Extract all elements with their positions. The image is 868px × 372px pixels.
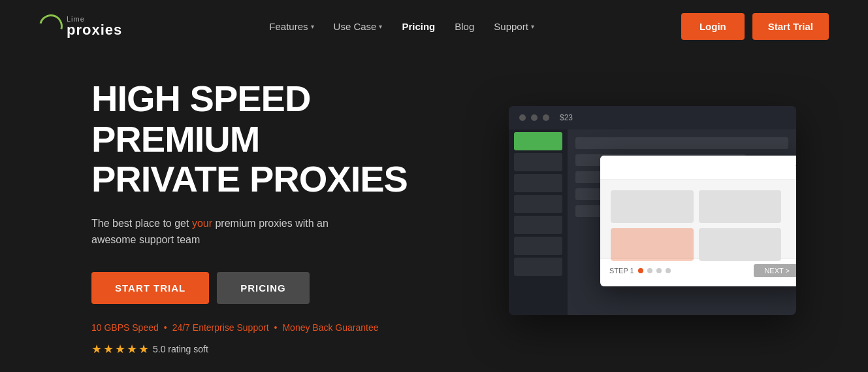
dashboard-sidebar: [509, 129, 568, 315]
hero-buttons: START TRIAL PRICING: [91, 272, 483, 304]
sidebar-item-2: [514, 174, 562, 192]
step-dot-2: [647, 268, 652, 273]
nav-features[interactable]: Features ▾: [269, 21, 313, 32]
dash-dot-3: [543, 114, 549, 121]
dashboard-mockup: $23: [509, 106, 796, 315]
nav-buttons: Login Start Trial: [681, 13, 829, 40]
nav-pricing[interactable]: Pricing: [402, 21, 435, 32]
sidebar-item-6: [514, 258, 562, 276]
hero-content: HIGH SPEED PREMIUM PRIVATE PROXIES The b…: [91, 78, 483, 356]
step-dot-3: [656, 268, 662, 273]
dashboard-title: $23: [560, 113, 573, 122]
logo[interactable]: Lime proxies: [39, 14, 122, 38]
star-2: ★: [103, 342, 114, 356]
star-5: ★: [138, 342, 149, 356]
modal-body: [600, 180, 796, 258]
start-trial-hero-button[interactable]: START TRIAL: [91, 272, 209, 304]
start-trial-nav-button[interactable]: Start Trial: [752, 13, 829, 40]
dashboard-body: × STEP 1: [509, 129, 796, 315]
hero-features: 10 GBPS Speed • 24/7 Enterprise Support …: [91, 322, 483, 333]
sidebar-item-active: [514, 132, 562, 150]
modal-step-indicator: STEP 1: [609, 267, 671, 275]
dashboard-header: $23: [509, 106, 796, 129]
modal-card-4: [699, 228, 782, 261]
modal-card-3: [611, 228, 694, 261]
star-1: ★: [91, 342, 102, 356]
dash-dot-2: [531, 114, 538, 121]
chevron-down-icon: ▾: [379, 23, 382, 30]
dashboard-main: × STEP 1: [568, 129, 796, 315]
hero-dashboard: $23: [509, 106, 803, 328]
logo-text: Lime proxies: [67, 16, 122, 37]
dash-row-1: [575, 137, 788, 149]
modal-header: ×: [600, 156, 796, 180]
login-button[interactable]: Login: [681, 13, 745, 40]
nav-support[interactable]: Support ▾: [494, 21, 534, 32]
logo-icon: [35, 10, 67, 42]
sidebar-item-3: [514, 195, 562, 213]
hero-subtitle: The best place to get your premium proxi…: [91, 215, 483, 248]
navbar: Lime proxies Features ▾ Use Case ▾ Prici…: [0, 0, 868, 52]
feature-separator-1: •: [164, 322, 167, 333]
star-rating: ★ ★ ★ ★ ★: [91, 342, 149, 356]
logo-proxies: proxies: [67, 23, 122, 37]
close-icon[interactable]: ×: [795, 162, 796, 173]
feature-separator-2: •: [274, 322, 278, 333]
hero-rating: ★ ★ ★ ★ ★ 5.0 rating soft: [91, 342, 483, 356]
feature-guarantee: Money Back Guarantee: [282, 322, 378, 333]
hero-section: HIGH SPEED PREMIUM PRIVATE PROXIES The b…: [0, 52, 868, 372]
nav-blog[interactable]: Blog: [455, 21, 474, 32]
pricing-hero-button[interactable]: PRICING: [217, 272, 310, 304]
sidebar-item-1: [514, 153, 562, 171]
nav-use-case[interactable]: Use Case ▾: [334, 21, 383, 32]
dash-dot-1: [519, 114, 526, 121]
feature-speed: 10 GBPS Speed: [91, 322, 159, 333]
sidebar-item-4: [514, 216, 562, 234]
step-dot-active: [638, 268, 643, 273]
rating-text: 5.0 rating soft: [153, 344, 208, 354]
chevron-down-icon: ▾: [311, 23, 314, 30]
step-dot-4: [666, 268, 671, 273]
modal-card-1: [611, 190, 694, 223]
sidebar-item-5: [514, 237, 562, 255]
hero-title: HIGH SPEED PREMIUM PRIVATE PROXIES: [91, 78, 483, 199]
nav-links: Features ▾ Use Case ▾ Pricing Blog Suppo…: [269, 21, 534, 32]
subtitle-highlight: your: [192, 218, 212, 229]
star-3: ★: [115, 342, 125, 356]
modal-next-button[interactable]: NEXT >: [754, 264, 796, 277]
modal-card-2: [699, 190, 782, 223]
star-4: ★: [127, 342, 137, 356]
dashboard-modal: × STEP 1: [600, 156, 796, 286]
chevron-down-icon: ▾: [531, 23, 534, 30]
feature-support: 24/7 Enterprise Support: [172, 322, 269, 333]
modal-footer: STEP 1 NEXT >: [600, 258, 796, 282]
